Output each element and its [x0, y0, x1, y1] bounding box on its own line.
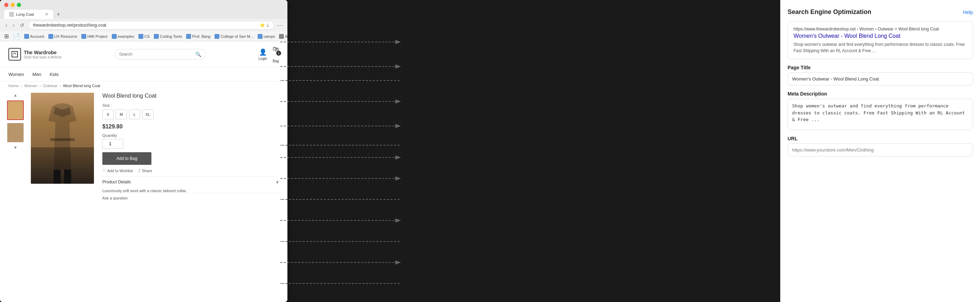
brand-tagline: Style that lasts a lifetime	[24, 55, 62, 59]
bookmark-camps[interactable]: camps	[258, 34, 275, 39]
browser-window: Long Coat ✕ + ‹ › ↺ thewardrobeshop.net/…	[0, 0, 287, 302]
url-bar[interactable]: thewardrobeshop.net/product/long-coat ⭐ …	[29, 21, 274, 29]
breadcrumb-outwear[interactable]: Outwear	[43, 84, 57, 88]
bookmark-account[interactable]: Account	[24, 34, 44, 39]
breadcrumb-sep: ›	[60, 84, 61, 88]
thumbnail-1[interactable]	[7, 100, 24, 120]
page-title-input[interactable]	[788, 73, 973, 85]
site-nav: Women Men Kids	[0, 68, 287, 82]
tab-close-button[interactable]: ✕	[45, 12, 48, 17]
url-input[interactable]	[788, 144, 973, 157]
size-options: S M L XL	[102, 109, 279, 119]
bag-label: Bag	[273, 59, 279, 63]
product-details-row[interactable]: Product Details ∨	[102, 176, 279, 187]
breadcrumb-sep: ›	[40, 84, 41, 88]
forward-button[interactable]: ›	[11, 22, 16, 29]
header-actions: 👤 Login 🛍 1 Bag	[259, 46, 279, 63]
bookmark-label: College of San M...	[221, 34, 253, 38]
add-to-bag-button[interactable]: Add to Bag	[102, 152, 151, 165]
login-button[interactable]: 👤 Login	[259, 48, 267, 60]
bookmark-ux-resource[interactable]: UX Resource	[48, 34, 77, 39]
svg-rect-3	[54, 170, 60, 184]
nav-men[interactable]: Men	[33, 70, 41, 78]
thumb-up-button[interactable]: ▲	[13, 93, 18, 98]
nav-kids[interactable]: Kids	[50, 70, 59, 78]
svg-rect-0	[12, 51, 18, 57]
browser-chrome: Long Coat ✕ +	[0, 0, 287, 19]
seo-help-link[interactable]: Help	[963, 9, 973, 15]
product-main-image	[31, 93, 94, 184]
page-title-group: Page Title	[788, 65, 973, 85]
quantity-input[interactable]	[102, 139, 123, 149]
product-area: ▲ ▼	[0, 90, 287, 302]
breadcrumb-current: Wool Blend long Coat	[63, 84, 100, 88]
bookmark-college[interactable]: College of San M...	[215, 34, 253, 39]
svg-rect-4	[64, 170, 71, 184]
size-m[interactable]: M	[116, 109, 127, 119]
address-bar: ‹ › ↺ thewardrobeshop.net/product/long-c…	[0, 19, 287, 32]
product-details-label: Product Details	[102, 180, 131, 184]
apps-icon[interactable]: ⊞	[4, 33, 9, 40]
minimize-button[interactable]	[11, 3, 15, 7]
logo-icon	[8, 48, 21, 60]
share-icon: ⤴	[138, 169, 140, 173]
search-icon: 🔍	[195, 51, 201, 57]
wishlist-button[interactable]: ♡ Add to Wishlist	[102, 168, 133, 173]
bookmark-hmi-project[interactable]: HMI Project	[81, 34, 107, 39]
extensions-icon: ⋯	[277, 21, 283, 29]
thumb-down-button[interactable]: ▼	[13, 145, 18, 150]
bookmark-prof-bang[interactable]: Prof. Bang	[186, 34, 210, 39]
wishlist-share: ♡ Add to Wishlist ⤴ Share	[102, 168, 279, 173]
bag-button[interactable]: 🛍 1 Bag	[273, 46, 279, 63]
traffic-lights	[4, 3, 283, 7]
breadcrumb-home[interactable]: Home	[8, 84, 19, 88]
url-icons: ⭐ ⤓	[260, 23, 269, 28]
meta-description-label: Meta Description	[788, 91, 973, 96]
thumbnail-list: ▲ ▼	[6, 93, 25, 299]
meta-description-input[interactable]: Shop women's outwear and find everything…	[788, 99, 973, 130]
maximize-button[interactable]	[17, 3, 21, 7]
bookmark-label: CS	[145, 34, 150, 38]
bookmark-label: camps	[264, 34, 275, 38]
close-button[interactable]	[4, 3, 8, 7]
size-l[interactable]: L	[129, 109, 140, 119]
bookmark-label: All Bookmarks	[285, 34, 287, 38]
url-text: thewardrobeshop.net/product/long-coat	[33, 23, 259, 28]
share-label: Share	[142, 169, 152, 173]
ask-question-link[interactable]: Ask a question	[102, 193, 279, 203]
reading-list-icon[interactable]: 📄	[13, 33, 20, 40]
size-xl[interactable]: XL	[142, 109, 154, 119]
heart-icon: ♡	[102, 168, 106, 173]
bookmark-all[interactable]: All Bookmarks	[279, 34, 287, 39]
tabs-bar: Long Coat ✕ +	[4, 10, 283, 19]
bookmark-cs[interactable]: CS	[138, 34, 150, 39]
search-bar[interactable]: 🔍	[115, 49, 206, 60]
breadcrumb-sep: ›	[21, 84, 22, 88]
reload-button[interactable]: ↺	[19, 22, 25, 29]
bookmark-label: Prof. Bang	[192, 34, 210, 38]
bookmark-coding-tools[interactable]: Coding Tools	[154, 34, 182, 39]
breadcrumb: Home › Women › Outwear › Wool Blend long…	[0, 82, 287, 90]
bag-count: 1	[276, 51, 281, 55]
tab-favicon	[9, 12, 14, 17]
back-button[interactable]: ‹	[4, 22, 9, 29]
thumbnail-2[interactable]	[7, 123, 24, 142]
browser-tab[interactable]: Long Coat ✕	[4, 10, 53, 19]
breadcrumb-women[interactable]: Women	[24, 84, 38, 88]
size-label: Size :	[102, 103, 279, 108]
meta-description-group: Meta Description Shop women's outwear an…	[788, 91, 973, 130]
wishlist-label: Add to Wishlist	[107, 169, 133, 173]
nav-women[interactable]: Women	[8, 70, 24, 78]
search-input[interactable]	[119, 52, 193, 57]
login-label: Login	[259, 57, 267, 60]
size-s[interactable]: S	[102, 109, 114, 119]
product-description: Luxuriously soft wool with a classic tai…	[102, 189, 279, 193]
seo-preview-url: https://www.thewardrobeshop.net › Women …	[794, 27, 967, 32]
seo-panel-title: Search Engine Optimization	[788, 8, 871, 16]
bookmark-label: Coding Tools	[160, 34, 182, 38]
new-tab-button[interactable]: +	[54, 10, 63, 19]
url-group: URL	[788, 136, 973, 157]
seo-preview-description: Shop women's outwear and find everything…	[794, 41, 967, 54]
share-button[interactable]: ⤴ Share	[138, 169, 152, 173]
bookmark-examples[interactable]: examples	[112, 34, 134, 39]
